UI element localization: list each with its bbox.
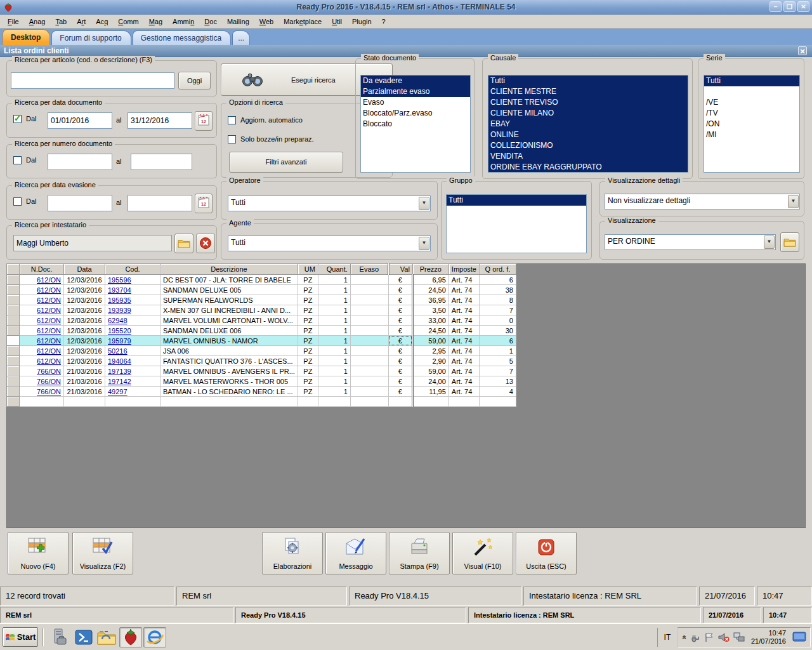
chevron-down-icon[interactable]: ▼ [419, 237, 429, 250]
table-row[interactable]: 766/ON 21/03/2016 49297 BATMAN - LO SCHE… [7, 387, 516, 397]
doc-number-link[interactable]: 766/ON [37, 388, 61, 395]
row-selector[interactable] [7, 336, 20, 346]
tray-expand-icon[interactable]: » [680, 635, 689, 640]
product-code-link[interactable]: 50216 [108, 347, 128, 355]
product-code-link[interactable]: 197142 [108, 378, 131, 385]
table-row[interactable]: 612/ON 12/03/2016 50216 JSA 006 PZ 1 € 2… [7, 346, 516, 356]
doc-number-link[interactable]: 612/ON [37, 327, 61, 335]
table-row[interactable]: 612/ON 12/03/2016 62948 MARVEL VOLUMI CA… [7, 315, 516, 326]
column-header[interactable]: Quant. [318, 264, 350, 275]
data-documento-calendar-button[interactable]: 12 [195, 111, 213, 131]
server-manager-icon[interactable] [48, 627, 71, 647]
table-row[interactable] [7, 397, 516, 407]
list-item[interactable]: Evaso [361, 97, 470, 108]
aggiorn-automatico-checkbox[interactable] [228, 116, 236, 124]
data-documento-from-input[interactable] [48, 112, 112, 129]
table-row[interactable]: 612/ON 12/03/2016 195979 MARVEL OMNIBUS … [7, 336, 516, 346]
tab[interactable]: Gestione messaggistica [133, 30, 231, 45]
list-item[interactable]: CLIENTE MESTRE [488, 86, 688, 97]
list-item[interactable]: EBAY [488, 119, 688, 129]
file-explorer-icon[interactable] [95, 627, 118, 647]
row-selector[interactable] [7, 366, 20, 376]
language-indicator[interactable]: IT [657, 628, 678, 647]
column-header[interactable]: Cod. [105, 264, 160, 275]
list-item[interactable]: /TV [704, 108, 799, 119]
column-header[interactable]: Data [64, 264, 105, 275]
row-selector[interactable] [7, 376, 20, 387]
close-button[interactable]: ✕ [797, 1, 809, 12]
doc-number-link[interactable]: 612/ON [37, 347, 61, 355]
menu-item[interactable]: Util [327, 16, 347, 27]
doc-number-link[interactable]: 612/ON [37, 276, 61, 284]
list-item[interactable]: /ON [704, 119, 799, 129]
speaker-muted-icon[interactable] [718, 632, 730, 642]
doc-number-link[interactable]: 612/ON [37, 286, 61, 294]
row-selector[interactable] [7, 315, 20, 326]
articolo-search-input[interactable] [11, 72, 174, 89]
solo-bozze-checkbox[interactable] [228, 135, 236, 143]
visualizzazione-dettagli-combobox[interactable]: Non visualizzare dettagli ▼ [605, 194, 800, 209]
causale-listbox[interactable]: TuttiCLIENTE MESTRECLIENTE TREVISOCLIENT… [488, 75, 688, 173]
network-icon[interactable] [733, 632, 745, 642]
filtri-avanzati-button[interactable]: Filtri avanzati [229, 152, 343, 173]
column-header[interactable]: Q ord. f. [479, 264, 516, 275]
dal-checkbox[interactable] [13, 197, 22, 206]
list-item[interactable]: COLLEZIONISMO [488, 140, 688, 151]
row-selector[interactable] [7, 397, 20, 407]
serie-listbox[interactable]: Tutti/VE/TV/ON/MI [704, 75, 800, 173]
doc-number-link[interactable]: 612/ON [37, 357, 61, 365]
product-code-link[interactable]: 193704 [108, 286, 131, 294]
doc-number-link[interactable]: 612/ON [37, 317, 61, 324]
powershell-icon[interactable] [72, 627, 95, 647]
list-item[interactable]: ORDINE EBAY RAGGRUPPATO [488, 162, 688, 173]
data-evasione-from-input[interactable] [48, 195, 112, 211]
column-header[interactable]: Evaso [350, 264, 388, 275]
visualizza-button[interactable]: Visualizza (F2) [72, 532, 133, 574]
table-row[interactable]: 612/ON 12/03/2016 193704 SANDMAN DELUXE … [7, 285, 516, 295]
uscita-button[interactable]: Uscita (ESC) [516, 532, 577, 574]
product-code-link[interactable]: 194064 [108, 357, 131, 365]
product-code-link[interactable]: 193939 [108, 307, 131, 314]
list-item[interactable]: CLIENTE MILANO [488, 108, 688, 119]
table-row[interactable]: 612/ON 12/03/2016 193939 X-MEN 307 GLI I… [7, 305, 516, 315]
menu-item[interactable]: Anag [24, 16, 51, 27]
nuovo-button[interactable]: Nuovo (F4) [8, 532, 69, 574]
menu-item[interactable]: Plugin [347, 16, 377, 27]
list-item[interactable] [704, 86, 799, 97]
table-row[interactable]: 766/ON 21/03/2016 197139 MARVEL OMNIBUS … [7, 366, 516, 376]
product-code-link[interactable]: 195520 [108, 327, 131, 335]
intestatario-browse-button[interactable] [174, 234, 193, 253]
table-row[interactable]: 766/ON 21/03/2016 197142 MARVEL MASTERWO… [7, 376, 516, 387]
tab[interactable]: ... [232, 30, 250, 45]
column-header[interactable]: Imposte [449, 264, 479, 275]
dal-checkbox[interactable] [13, 156, 22, 164]
internet-explorer-icon[interactable] [143, 627, 166, 647]
readypro-strawberry-icon[interactable] [119, 627, 142, 647]
list-item[interactable]: Parzialmente evaso [361, 86, 470, 97]
product-code-link[interactable]: 49297 [108, 388, 128, 395]
list-item[interactable]: Bloccato [361, 119, 470, 129]
product-code-link[interactable]: 195935 [108, 296, 131, 304]
list-item[interactable]: Bloccato/Parz.evaso [361, 108, 470, 119]
menu-item[interactable]: Mailing [222, 16, 254, 27]
row-selector[interactable] [7, 295, 20, 305]
numero-documento-to-input[interactable] [131, 154, 192, 170]
table-row[interactable]: 612/ON 12/03/2016 194064 FANTASTICI QUAT… [7, 356, 516, 366]
operatore-combobox[interactable]: Tutti ▼ [228, 196, 431, 211]
row-selector[interactable] [7, 346, 20, 356]
menu-item[interactable]: Acq [91, 16, 113, 27]
row-selector[interactable] [7, 326, 20, 336]
doc-number-link[interactable]: 612/ON [37, 337, 61, 345]
data-evasione-to-input[interactable] [128, 195, 192, 211]
tab[interactable]: Forum di supporto [51, 30, 131, 45]
product-code-link[interactable]: 195979 [108, 337, 131, 345]
row-selector[interactable] [7, 285, 20, 295]
tab[interactable]: Desktop [3, 29, 50, 45]
numero-documento-from-input[interactable] [48, 154, 112, 170]
panel-close-icon[interactable]: ✕ [798, 46, 807, 55]
chevron-down-icon[interactable]: ▼ [788, 195, 799, 208]
column-header[interactable]: N.Doc. [20, 264, 64, 275]
show-desktop-icon[interactable] [792, 632, 806, 643]
minimize-button[interactable]: – [769, 1, 782, 12]
column-header[interactable]: Descrizione [160, 264, 298, 275]
